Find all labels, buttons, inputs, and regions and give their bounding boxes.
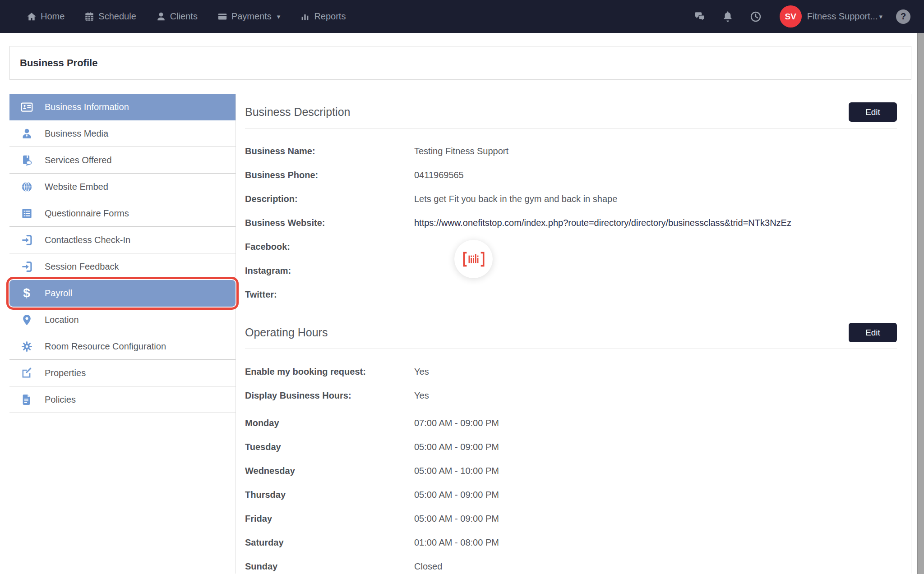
- field-row-enable-booking-request: Enable my booking request: Yes: [245, 360, 897, 384]
- sidebar-item-label: Contactless Check-In: [45, 235, 130, 245]
- business-information-panel: Business Description Edit Business Name:…: [236, 94, 911, 574]
- nav-item-reports[interactable]: Reports: [300, 11, 346, 22]
- list-icon: [20, 207, 33, 220]
- nav-label: Schedule: [98, 11, 136, 22]
- operating-hours-header: Operating Hours Edit: [245, 315, 897, 342]
- day-label: Sunday: [245, 561, 414, 572]
- day-hours: 05:00 AM - 09:00 PM: [414, 514, 499, 524]
- caret-down-icon[interactable]: ▾: [879, 13, 882, 20]
- account-name[interactable]: Fitness Support...: [807, 11, 878, 22]
- day-hours: Closed: [414, 561, 442, 572]
- sidebar-item-label: Website Embed: [45, 182, 108, 192]
- sign-in-icon: [20, 261, 33, 273]
- field-row-business-website: Business Website: https://www.onefitstop…: [245, 211, 897, 235]
- sidebar-item-services-offered[interactable]: Services Offered: [9, 147, 236, 174]
- sidebar-item-properties[interactable]: Properties: [9, 360, 236, 386]
- edit-operating-hours-button[interactable]: Edit: [849, 323, 897, 342]
- sidebar-item-session-feedback[interactable]: Session Feedback: [9, 253, 236, 280]
- day-row-wednesday: Wednesday 05:00 AM - 10:00 PM: [245, 459, 897, 483]
- globe-icon: [20, 181, 33, 193]
- field-row-display-business-hours: Display Business Hours: Yes: [245, 384, 897, 408]
- sidebar-item-label: Services Offered: [45, 155, 112, 165]
- caret-down-icon: ▾: [277, 13, 281, 20]
- day-label: Saturday: [245, 537, 414, 548]
- section-title: Business Description: [245, 106, 350, 119]
- day-hours: 05:00 AM - 10:00 PM: [414, 466, 499, 476]
- day-row-tuesday: Tuesday 05:00 AM - 09:00 PM: [245, 435, 897, 459]
- avatar[interactable]: SV: [780, 5, 802, 28]
- field-value: Yes: [414, 367, 429, 377]
- sidebar-item-questionnaire-forms[interactable]: Questionnaire Forms: [9, 200, 236, 227]
- field-label: Enable my booking request:: [245, 367, 414, 377]
- field-label: Instagram:: [245, 266, 414, 276]
- day-row-friday: Friday 05:00 AM - 09:00 PM: [245, 507, 897, 531]
- day-label: Friday: [245, 514, 414, 524]
- field-row-facebook: Facebook:: [245, 235, 897, 259]
- chat-icon: [694, 11, 706, 23]
- field-value: Testing Fitness Support: [414, 146, 508, 156]
- divider: [245, 349, 897, 349]
- business-description-fields: Business Name: Testing Fitness Support B…: [245, 139, 897, 307]
- page-title-card: Business Profile: [9, 46, 911, 80]
- sidebar-item-location[interactable]: Location: [9, 307, 236, 333]
- nav-item-home[interactable]: Home: [27, 11, 65, 22]
- credit-card-icon: [217, 12, 227, 22]
- section-title: Operating Hours: [245, 326, 328, 339]
- sidebar-item-policies[interactable]: Policies: [9, 386, 236, 413]
- nav-item-schedule[interactable]: Schedule: [84, 11, 136, 22]
- field-label: Display Business Hours:: [245, 390, 414, 401]
- nav-item-payments[interactable]: Payments ▾: [217, 11, 280, 22]
- home-icon: [27, 12, 37, 22]
- field-value: 0411969565: [414, 170, 464, 180]
- dollar-icon: $: [20, 287, 33, 299]
- file-icon: [20, 394, 33, 406]
- day-label: Monday: [245, 418, 414, 428]
- day-label: Thursday: [245, 490, 414, 500]
- notifications-button[interactable]: [722, 11, 734, 23]
- sidebar-item-payroll[interactable]: $ Payroll: [9, 280, 236, 307]
- field-value: Yes: [414, 390, 429, 401]
- day-hours: 01:00 AM - 08:00 PM: [414, 537, 499, 548]
- book-comment-icon: [20, 154, 33, 166]
- business-description-header: Business Description Edit: [245, 94, 897, 122]
- sidebar-item-business-information[interactable]: Business Information: [9, 94, 236, 120]
- primary-nav: Home Schedule Clients Payments ▾ Reports: [27, 11, 346, 22]
- sidebar-item-website-embed[interactable]: Website Embed: [9, 174, 236, 200]
- nav-item-clients[interactable]: Clients: [156, 11, 198, 22]
- sign-in-icon: [20, 234, 33, 246]
- sidebar-item-room-resource-configuration[interactable]: Room Resource Configuration: [9, 333, 236, 360]
- sidebar-item-business-media[interactable]: Business Media: [9, 120, 236, 147]
- navbar-utilities: SV Fitness Support... ▾ ?: [678, 5, 910, 28]
- nav-label: Reports: [314, 11, 346, 22]
- gear-icon: [20, 340, 33, 353]
- profile-sidebar: Business Information Business Media Serv…: [9, 94, 236, 413]
- chat-button[interactable]: [694, 11, 706, 23]
- calendar-icon: [84, 12, 94, 22]
- page-title: Business Profile: [20, 57, 97, 69]
- day-label: Wednesday: [245, 466, 414, 476]
- day-row-monday: Monday 07:00 AM - 09:00 PM: [245, 411, 897, 435]
- nav-label: Payments: [231, 11, 272, 22]
- history-button[interactable]: [750, 11, 762, 23]
- field-label: Description:: [245, 194, 414, 204]
- field-label: Facebook:: [245, 242, 414, 252]
- top-navbar: Home Schedule Clients Payments ▾ Reports: [0, 0, 924, 33]
- sidebar-item-label: Policies: [45, 395, 76, 405]
- edit-business-description-button[interactable]: Edit: [849, 102, 897, 122]
- divider: [245, 128, 897, 129]
- help-button[interactable]: ?: [896, 9, 910, 24]
- bar-chart-icon: [300, 12, 310, 22]
- address-card-icon: [20, 101, 33, 113]
- operating-hours-fields: Enable my booking request: Yes Display B…: [245, 360, 897, 574]
- map-marker-icon: [20, 314, 33, 326]
- business-website-url: https://www.onefitstop.com/index.php?rou…: [414, 218, 791, 228]
- sidebar-item-label: Payroll: [45, 288, 72, 298]
- scrollbar[interactable]: [917, 33, 924, 574]
- field-row-instagram: Instagram:: [245, 259, 897, 283]
- field-row-description: Description: Lets get Fit you back in th…: [245, 187, 897, 211]
- clock-icon: [750, 11, 762, 23]
- sidebar-item-contactless-check-in[interactable]: Contactless Check-In: [9, 227, 236, 253]
- field-row-business-phone: Business Phone: 0411969565: [245, 163, 897, 187]
- sidebar-item-label: Session Feedback: [45, 262, 119, 272]
- weekly-hours-list: Monday 07:00 AM - 09:00 PM Tuesday 05:00…: [245, 411, 897, 574]
